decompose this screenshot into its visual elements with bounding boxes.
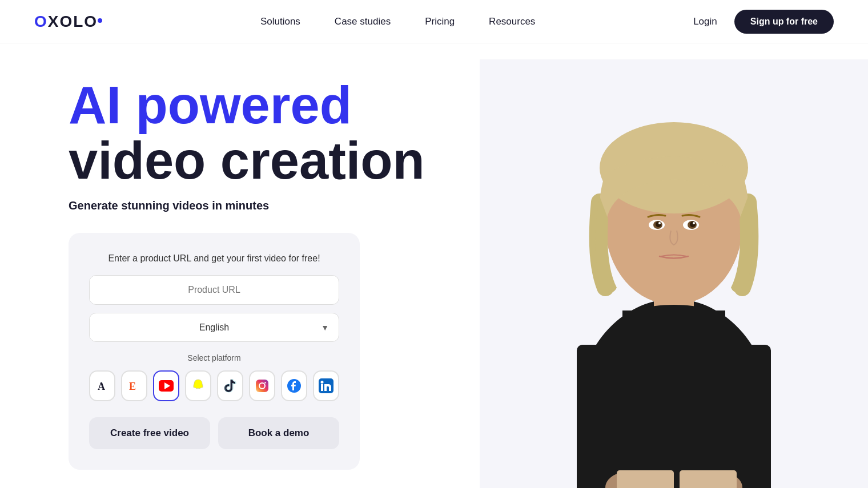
logo-dot [98,18,102,23]
signup-button[interactable]: Sign up for free [734,10,834,34]
svg-point-6 [264,382,266,383]
hero-title-video: video [69,131,220,189]
svg-point-25 [658,222,661,224]
hero-image [480,43,868,488]
hero-content: AI powered video creation Generate stunn… [0,43,480,488]
svg-text:A: A [98,381,105,392]
nav-case-studies[interactable]: Case studies [335,16,391,27]
platform-instagram[interactable] [249,370,275,401]
hero-title-ai: AI [69,76,136,134]
svg-rect-30 [680,470,737,488]
create-video-button[interactable]: Create free video [89,417,210,449]
hero-title-creation: creation [220,131,425,189]
language-select-wrapper: English Spanish French German Italian Po… [89,313,339,342]
platform-youtube[interactable] [153,370,179,401]
nav-solutions[interactable]: Solutions [260,16,300,27]
svg-rect-4 [256,380,268,392]
platform-label: Select platform [89,353,339,362]
svg-point-10 [321,381,324,384]
product-url-input[interactable] [89,275,339,305]
svg-text:E: E [129,381,136,392]
logo[interactable]: O X O L O [34,13,102,31]
platform-facebook[interactable] [281,370,307,401]
hero-title: AI powered video creation [69,78,480,188]
book-demo-button[interactable]: Book a demo [218,417,339,449]
nav-pricing[interactable]: Pricing [425,16,455,27]
login-button[interactable]: Login [693,16,717,27]
svg-rect-16 [622,310,725,350]
nav-right: Login Sign up for free [693,10,834,34]
form-intro-text: Enter a product URL and get your first v… [89,253,339,264]
cta-buttons: Create free video Book a demo [89,417,339,449]
hero-person-illustration [480,59,868,488]
svg-rect-9 [321,384,323,391]
platform-amazon[interactable]: A [89,370,115,401]
hero-subtitle: Generate stunning videos in minutes [69,199,480,212]
hero-title-powered: powered [136,76,352,134]
svg-rect-13 [577,345,771,488]
hero-section: AI powered video creation Generate stunn… [0,43,868,488]
nav-resources[interactable]: Resources [489,16,535,27]
svg-point-23 [656,221,661,227]
language-select[interactable]: English Spanish French German Italian Po… [89,313,339,342]
svg-point-24 [690,221,696,227]
nav-links: Solutions Case studies Pricing Resources [260,16,535,27]
platform-snapchat[interactable] [185,370,211,401]
platform-tiktok[interactable] [217,370,243,401]
svg-point-26 [693,222,695,224]
platform-icons: A E [89,370,339,401]
hero-form-card: Enter a product URL and get your first v… [69,233,360,470]
platform-etsy[interactable]: E [121,370,147,401]
svg-rect-29 [617,470,674,488]
navigation: O X O L O Solutions Case studies Pricing… [0,0,868,43]
platform-linkedin[interactable] [313,370,339,401]
